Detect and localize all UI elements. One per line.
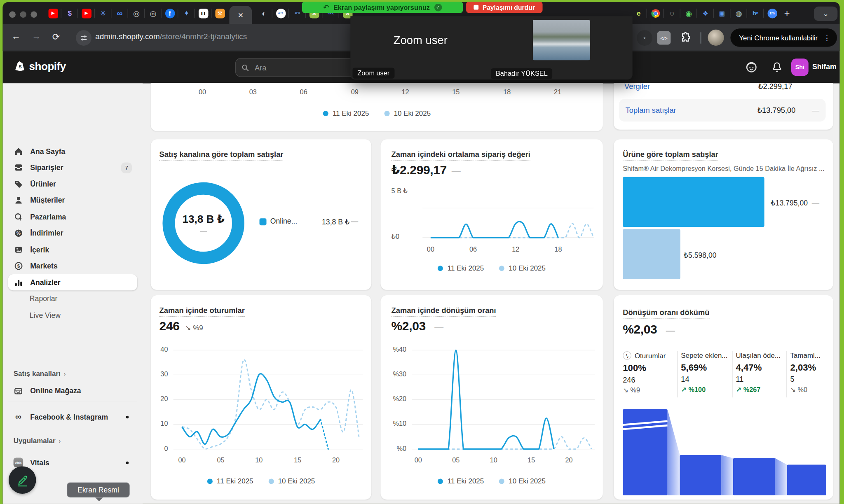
window-close-button[interactable]	[9, 11, 16, 18]
stop-share-button[interactable]: Paylaşımı durdur	[466, 2, 542, 13]
site-info-icon[interactable]	[76, 30, 91, 46]
legend-dot-icon	[207, 478, 213, 484]
card-title[interactable]: Zaman içinde dönüşüm oranı	[392, 306, 496, 317]
sales-channels-header[interactable]: Satış kanalları›	[14, 369, 66, 378]
participant-video-thumbnail[interactable]	[533, 20, 590, 60]
funnel-step-oturumlar[interactable]: ϟOturumlar100%246↘ %9	[623, 351, 677, 394]
tab-circular-app-2[interactable]: ◎	[145, 2, 161, 24]
tab-globe-app[interactable]: ◐	[256, 2, 272, 24]
code-extension-icon[interactable]: </>	[657, 31, 671, 45]
taxes-link[interactable]: Vergiler	[624, 83, 650, 90]
sidebar-item-ana-sayfa[interactable]: Ana Sayfa	[8, 143, 137, 159]
legend-item[interactable]: 10 Eki 2025	[384, 109, 431, 117]
tab-meta[interactable]: ∞	[111, 2, 128, 24]
tab-chrome[interactable]	[647, 2, 663, 24]
sidebar-item-label: Online Mağaza	[30, 386, 81, 394]
conversion-legend: 11 Eki 202510 Eki 2025	[380, 477, 603, 485]
sidebar-item-sipari-ler[interactable]: Siparişler7	[8, 159, 137, 175]
store-name[interactable]: Shifam	[812, 63, 837, 71]
tab-power-app[interactable]: ◉	[680, 2, 697, 24]
legend-item[interactable]: 11 Eki 2025	[438, 477, 484, 485]
profile-avatar[interactable]	[708, 30, 724, 46]
tab-list-dropdown[interactable]: ⌄	[814, 7, 837, 21]
taxes-row[interactable]: Vergiler ₺2.299,17	[624, 83, 823, 93]
legend-item[interactable]: 10 Eki 2025	[499, 264, 546, 272]
product-bar-2[interactable]	[623, 229, 680, 279]
card-title[interactable]: Satış kanalına göre toplam satışlar	[159, 150, 284, 161]
tab-fourpx-circle[interactable]: 4PX	[272, 2, 289, 24]
forward-button[interactable]: →	[32, 31, 41, 42]
legend-item[interactable]: 10 Eki 2025	[499, 477, 546, 485]
sidebar-item-live-view[interactable]: Live View	[8, 307, 137, 323]
window-minimize-button[interactable]	[20, 11, 26, 18]
x-tick-label: 00	[419, 246, 442, 253]
tab-ecosia[interactable]: e	[630, 2, 647, 24]
funnel-step-tamaml[interactable]: Tamaml...2,03%5↘ %0	[790, 351, 839, 394]
sidebar-item-facebook-instagram[interactable]: ∞ Facebook & Instagram	[8, 409, 137, 425]
close-tab-icon[interactable]: ✕	[238, 11, 244, 19]
orange-tool-app-icon: ⚒	[215, 8, 225, 18]
notifications-bell-icon[interactable]	[771, 61, 783, 75]
sidebar-item-m-teriler[interactable]: Müşteriler	[8, 192, 137, 208]
tab-dashed-circle-app[interactable]: ◌	[663, 2, 680, 24]
tab-orange-tool-app[interactable]: ⚒	[211, 2, 228, 24]
sparkle-app-icon: ✦	[182, 8, 192, 18]
window-zoom-button[interactable]	[30, 11, 37, 18]
funnel-step-ula-lan-de[interactable]: Ulaşılan öde...4,47%11↗ %267	[736, 351, 790, 394]
store-avatar[interactable]: Shi	[791, 58, 809, 76]
card-title[interactable]: Zaman içindeki ortalama sipariş değeri	[392, 150, 530, 161]
card-title[interactable]: Zaman içinde oturumlar	[159, 306, 245, 317]
tab-pause-app[interactable]: ❚❚	[195, 2, 211, 24]
tab-dollar-app[interactable]: $	[61, 2, 78, 24]
card-title[interactable]: Ürüne göre toplam satışlar	[623, 150, 718, 161]
browser-menu-icon[interactable]: ⋮	[823, 34, 830, 42]
extensions-puzzle-icon[interactable]	[679, 31, 692, 47]
tab-youtube[interactable]: ▶	[45, 2, 61, 24]
y-tick-label: %0	[385, 445, 406, 452]
y-tick-label: 40	[154, 346, 168, 353]
tab-blue-app-2[interactable]: ▣	[714, 2, 730, 24]
funnel-step-sepete-eklen[interactable]: Sepete eklen...5,69%14↗ %100	[681, 351, 735, 394]
tab-h-super-app[interactable]: hⁿ	[747, 2, 764, 24]
sidebar-item-markets[interactable]: $Markets	[8, 258, 137, 274]
annotate-button[interactable]	[9, 466, 36, 494]
address-bar[interactable]: admin.shopify.com/store/4nmhr2-tj/analyt…	[95, 32, 247, 41]
sidekick-icon[interactable]	[746, 61, 757, 75]
legend-item[interactable]: 11 Eki 2025	[323, 109, 369, 117]
sidebar-item-r-nler[interactable]: Ürünler	[8, 176, 137, 192]
percent-icon: %	[14, 229, 23, 238]
sidebar-item-online-store[interactable]: Online Mağaza	[8, 383, 137, 399]
product-bar-1[interactable]	[623, 177, 764, 227]
shopify-logo[interactable]: S shopify	[14, 60, 66, 72]
aov-card: Zaman içindeki ortalama sipariş değeri ₺…	[380, 139, 603, 290]
tab-circular-app-1[interactable]: ◎	[128, 2, 145, 24]
new-tab-button[interactable]: +	[780, 7, 794, 20]
card-title[interactable]: Dönüşüm oranı dökümü	[623, 308, 709, 319]
sidebar-item-pazarlama[interactable]: Pazarlama	[8, 209, 137, 225]
legend-item[interactable]: 11 Eki 2025	[207, 477, 253, 485]
zoom-user-overlay[interactable]: Zoom user Zoom user Bahadır YÜKSEL	[350, 16, 632, 79]
tab-sparkle-app[interactable]: ✦	[178, 2, 195, 24]
legend-dot-icon	[438, 266, 443, 271]
active-tab[interactable]: ✕	[229, 6, 252, 24]
legend-item[interactable]: 10 Eki 2025	[268, 477, 315, 485]
sidebar-item-raporlar[interactable]: Raporlar	[8, 291, 137, 307]
sidebar-item-analizler[interactable]: Analizler	[8, 274, 137, 290]
total-sales-row[interactable]: Toplam satışlar ₺13.795,00 —	[619, 99, 826, 121]
tab-zoom-tab[interactable]: zm	[764, 2, 780, 24]
tab-snowflake-app[interactable]: ✳	[95, 2, 111, 24]
legend-item[interactable]: 11 Eki 2025	[438, 264, 484, 272]
total-sales-link[interactable]: Toplam satışlar	[626, 106, 676, 114]
tab-facebook[interactable]: f	[162, 2, 178, 24]
sidebar-item-i-erik[interactable]: İçerik	[8, 241, 137, 257]
blue-app-1-icon: ❖	[701, 8, 710, 18]
tab-youtube-2[interactable]: ▶	[78, 2, 94, 24]
back-button[interactable]: ←	[11, 31, 20, 42]
tab-blue-app-1[interactable]: ❖	[697, 2, 713, 24]
tab-globe-dark-app[interactable]: ◍	[730, 2, 747, 24]
reload-button[interactable]: ⟳	[52, 31, 60, 42]
sidebar-item-i-ndirimler[interactable]: %İndirimler	[8, 225, 137, 241]
extension-circle-icon[interactable]: ⋆	[637, 30, 652, 46]
apps-header[interactable]: Uygulamalar›	[14, 437, 61, 445]
chrome-update-button[interactable]: Yeni Chrome kullanılabilir ⋮	[730, 28, 837, 47]
